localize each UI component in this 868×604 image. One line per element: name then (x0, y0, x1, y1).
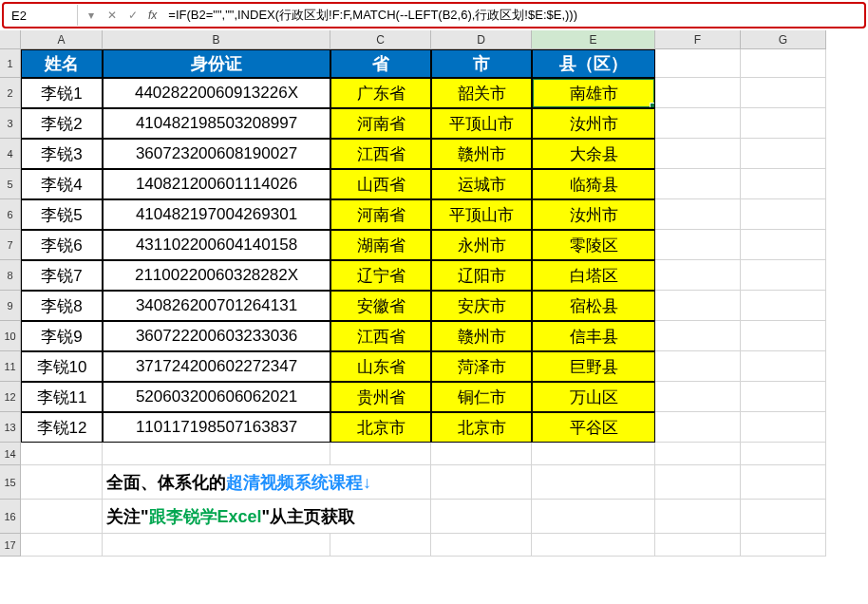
cell[interactable] (330, 500, 431, 534)
cell-county[interactable]: 大余县 (532, 139, 655, 169)
cell-county[interactable]: 平谷区 (532, 412, 655, 443)
cell-name[interactable]: 李锐6 (21, 230, 103, 260)
cell-name[interactable]: 李锐12 (21, 412, 103, 443)
promo-text-2[interactable]: 关注"跟李锐学Excel"从主页获取 (103, 500, 330, 534)
row-header[interactable]: 12 (0, 382, 21, 412)
cell[interactable] (741, 291, 826, 321)
cell[interactable] (655, 351, 741, 382)
cell-city[interactable]: 赣州市 (431, 321, 532, 351)
cell-county[interactable]: 南雄市 (532, 78, 655, 108)
cell-id[interactable]: 371724200602272347 (103, 351, 330, 382)
cell-id[interactable]: 110117198507163837 (103, 412, 330, 443)
row-header[interactable]: 16 (0, 500, 21, 534)
cell-city[interactable]: 菏泽市 (431, 351, 532, 382)
cell-name[interactable]: 李锐7 (21, 260, 103, 291)
fx-icon[interactable]: fx (146, 9, 162, 22)
cell-id[interactable]: 140821200601114026 (103, 169, 330, 199)
cell[interactable] (741, 465, 826, 500)
cell-id[interactable]: 410482198503208997 (103, 108, 330, 139)
cell-county[interactable]: 信丰县 (532, 321, 655, 351)
cell[interactable] (741, 230, 826, 260)
header-id[interactable]: 身份证 (103, 49, 330, 78)
cell-id[interactable]: 340826200701264131 (103, 291, 330, 321)
cell-name[interactable]: 李锐3 (21, 139, 103, 169)
cell-county[interactable]: 巨野县 (532, 351, 655, 382)
cell[interactable] (655, 108, 741, 139)
row-header[interactable]: 5 (0, 169, 21, 199)
header-prov[interactable]: 省 (330, 49, 431, 78)
cell[interactable] (741, 534, 826, 557)
cell-id[interactable]: 431102200604140158 (103, 230, 330, 260)
cell-id[interactable]: 520603200606062021 (103, 382, 330, 412)
row-header[interactable]: 7 (0, 230, 21, 260)
col-header-g[interactable]: G (741, 30, 826, 49)
cell[interactable] (655, 382, 741, 412)
cell[interactable] (741, 139, 826, 169)
cell-prov[interactable]: 辽宁省 (330, 260, 431, 291)
cell-county[interactable]: 零陵区 (532, 230, 655, 260)
cell[interactable] (655, 199, 741, 230)
cell[interactable] (21, 465, 103, 500)
cell[interactable] (741, 169, 826, 199)
cell[interactable] (655, 534, 741, 557)
cell-city[interactable]: 运城市 (431, 169, 532, 199)
col-header-d[interactable]: D (431, 30, 532, 49)
cell[interactable] (431, 443, 532, 465)
cell[interactable] (655, 169, 741, 199)
cell[interactable] (532, 534, 655, 557)
cell[interactable] (431, 465, 532, 500)
cell-city[interactable]: 铜仁市 (431, 382, 532, 412)
cell[interactable] (103, 443, 330, 465)
cell[interactable] (330, 465, 431, 500)
cell[interactable] (21, 500, 103, 534)
col-header-b[interactable]: B (103, 30, 330, 49)
cell[interactable] (741, 412, 826, 443)
header-name[interactable]: 姓名 (21, 49, 103, 78)
formula-input[interactable]: =IF(B2="","",INDEX(行政区划!F:F,MATCH(--LEFT… (162, 5, 864, 26)
cell[interactable] (741, 260, 826, 291)
cell-id[interactable]: 360723200608190027 (103, 139, 330, 169)
cell[interactable] (21, 534, 103, 557)
cell-prov[interactable]: 安徽省 (330, 291, 431, 321)
cell-id[interactable]: 360722200603233036 (103, 321, 330, 351)
cell-name[interactable]: 李锐2 (21, 108, 103, 139)
col-header-e[interactable]: E (532, 30, 655, 49)
row-header[interactable]: 8 (0, 260, 21, 291)
cell-city[interactable]: 辽阳市 (431, 260, 532, 291)
cell-prov[interactable]: 广东省 (330, 78, 431, 108)
cell[interactable] (103, 534, 330, 557)
row-header[interactable]: 9 (0, 291, 21, 321)
col-header-c[interactable]: C (330, 30, 431, 49)
cell[interactable] (655, 412, 741, 443)
dropdown-icon[interactable]: ▾ (82, 5, 101, 26)
cell-county[interactable]: 万山区 (532, 382, 655, 412)
cell-city[interactable]: 永州市 (431, 230, 532, 260)
cancel-icon[interactable]: ✕ (103, 5, 122, 26)
cell[interactable] (741, 321, 826, 351)
cell[interactable] (532, 500, 655, 534)
cell-county[interactable]: 汝州市 (532, 108, 655, 139)
header-county[interactable]: 县（区） (532, 49, 655, 78)
row-header[interactable]: 15 (0, 465, 21, 500)
cell-name[interactable]: 李锐5 (21, 199, 103, 230)
cell[interactable] (655, 260, 741, 291)
cell[interactable] (655, 465, 741, 500)
cell[interactable] (741, 443, 826, 465)
cell-city[interactable]: 韶关市 (431, 78, 532, 108)
cell-name[interactable]: 李锐10 (21, 351, 103, 382)
row-header[interactable]: 6 (0, 199, 21, 230)
row-header[interactable]: 14 (0, 443, 21, 465)
cell-id[interactable]: 21100220060328282X (103, 260, 330, 291)
header-city[interactable]: 市 (431, 49, 532, 78)
row-header[interactable]: 13 (0, 412, 21, 443)
cell-prov[interactable]: 北京市 (330, 412, 431, 443)
cell-county[interactable]: 宿松县 (532, 291, 655, 321)
cell[interactable] (655, 321, 741, 351)
cell-prov[interactable]: 山西省 (330, 169, 431, 199)
cell-id[interactable]: 410482197004269301 (103, 199, 330, 230)
cell[interactable] (655, 443, 741, 465)
row-header[interactable]: 3 (0, 108, 21, 139)
cell-name[interactable]: 李锐4 (21, 169, 103, 199)
cell[interactable] (655, 49, 741, 78)
cell-prov[interactable]: 江西省 (330, 321, 431, 351)
